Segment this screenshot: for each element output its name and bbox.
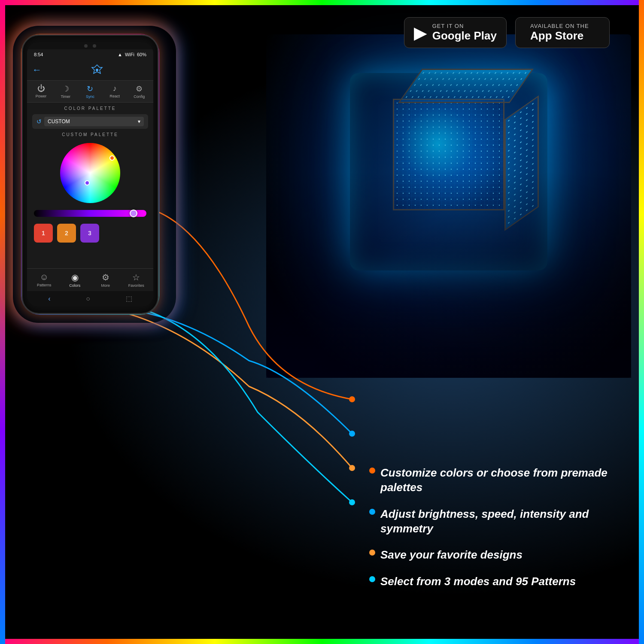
- patterns-label: Patterns: [37, 283, 52, 287]
- google-play-icon: ▶: [414, 24, 427, 41]
- feature-4-text: Select from 3 modes and 95 Patterns: [380, 574, 576, 589]
- favorites-icon: ☆: [132, 272, 140, 283]
- patterns-icon: ☺: [40, 272, 49, 282]
- top-border: [0, 0, 644, 5]
- color-wheel-wrapper: [60, 143, 120, 203]
- color-palette-label: COLOR PALETTE: [27, 103, 153, 112]
- feature-1: Customize colors or choose from premade …: [369, 466, 618, 495]
- android-back[interactable]: ‹: [48, 295, 50, 303]
- battery-display: 60%: [137, 52, 146, 57]
- swatch-2[interactable]: 2: [57, 224, 76, 243]
- palette-value: CUSTOM: [48, 118, 70, 125]
- left-border: [0, 0, 5, 644]
- camera-dot-2: [93, 44, 96, 48]
- app-store-badge[interactable]: Available on the App Store: [515, 17, 610, 48]
- bottom-nav-favorites[interactable]: ☆ Favorites: [123, 272, 149, 288]
- color-wheel-container: [27, 139, 153, 207]
- app-store-text: Available on the App Store: [530, 23, 589, 43]
- feature-3-text: Save your favorite designs: [380, 548, 522, 562]
- feature-3-dot: [369, 550, 375, 556]
- camera-area: [27, 43, 153, 49]
- config-icon: ⚙: [136, 84, 143, 94]
- color-swatches-container: 1 2 3: [27, 219, 153, 247]
- feature-3: Save your favorite designs: [369, 548, 618, 562]
- timer-icon: ☽: [62, 84, 69, 94]
- phone-screen: 8:54 ▲ WiFi 60% ←: [27, 43, 153, 306]
- nav-sync-label: Sync: [86, 94, 94, 99]
- google-play-text: GET IT ON Google Play: [432, 23, 497, 43]
- more-label: More: [101, 283, 110, 288]
- status-bar: 8:54 ▲ WiFi 60%: [27, 49, 153, 60]
- android-home[interactable]: ○: [86, 295, 90, 303]
- swatch-3[interactable]: 3: [80, 224, 99, 243]
- swatch-3-label: 3: [88, 230, 91, 237]
- nav-timer[interactable]: ☽ Timer: [55, 84, 76, 99]
- favorites-label: Favorites: [128, 283, 144, 288]
- slider-container: [34, 210, 146, 217]
- features-section: Customize colors or choose from premade …: [369, 466, 618, 601]
- depth-overlay: [266, 34, 631, 378]
- android-nav: ‹ ○ ⬚: [27, 291, 153, 306]
- feature-2-text: Adjust brightness, speed, intensity and …: [380, 507, 618, 536]
- phone-outer: 8:54 ▲ WiFi 60% ←: [21, 34, 159, 314]
- refresh-icon[interactable]: ↺: [36, 118, 42, 125]
- react-icon: ♪: [113, 84, 117, 93]
- scene-background: [266, 34, 631, 378]
- nav-config[interactable]: ⚙ Config: [128, 84, 150, 99]
- swatch-1-label: 1: [42, 230, 45, 237]
- nav-react[interactable]: ♪ React: [104, 84, 125, 99]
- right-border: [639, 0, 644, 644]
- bottom-nav-colors[interactable]: ◉ Colors: [62, 272, 88, 288]
- android-recents[interactable]: ⬚: [126, 295, 132, 303]
- feature-1-dot: [369, 468, 375, 474]
- swatch-2-label: 2: [65, 230, 68, 237]
- nav-sync[interactable]: ↻ Sync: [79, 84, 101, 99]
- slider-thumb[interactable]: [130, 210, 137, 217]
- feature-4: Select from 3 modes and 95 Patterns: [369, 574, 618, 589]
- palette-selector[interactable]: ↺ CUSTOM ▾: [32, 114, 148, 129]
- sync-icon: ↻: [87, 84, 93, 94]
- color-wheel[interactable]: [60, 143, 120, 203]
- app-header: ←: [27, 60, 153, 81]
- nav-power-label: Power: [36, 94, 47, 98]
- feature-2: Adjust brightness, speed, intensity and …: [369, 507, 618, 536]
- nav-power[interactable]: ⏻ Power: [30, 84, 52, 99]
- feature-2-dot: [369, 509, 375, 515]
- app-logo-icon: [90, 63, 104, 77]
- color-slider[interactable]: [34, 210, 146, 217]
- signal-icon: ▲: [118, 52, 122, 57]
- nav-config-label: Config: [134, 94, 145, 99]
- phone-wrapper: 8:54 ▲ WiFi 60% ←: [21, 34, 167, 314]
- google-play-main-label: Google Play: [432, 29, 497, 43]
- back-button[interactable]: ←: [32, 64, 42, 76]
- svg-point-1: [96, 69, 98, 71]
- more-icon: ⚙: [102, 272, 109, 283]
- bottom-nav-more[interactable]: ⚙ More: [93, 272, 118, 288]
- store-badges-container: ▶ GET IT ON Google Play Available on the…: [404, 17, 610, 48]
- feature-1-text: Customize colors or choose from premade …: [380, 466, 618, 495]
- status-indicators: ▲ WiFi 60%: [118, 52, 146, 57]
- app-store-top-label: Available on the: [530, 23, 589, 29]
- feature-4-dot: [369, 576, 375, 582]
- google-play-badge[interactable]: ▶ GET IT ON Google Play: [404, 17, 507, 48]
- nav-timer-label: Timer: [61, 94, 70, 99]
- bottom-nav: ☺ Patterns ◉ Colors ⚙ More ☆ Favorites: [27, 268, 153, 289]
- wifi-icon: WiFi: [125, 52, 134, 57]
- time-display: 8:54: [34, 52, 43, 57]
- dropdown-arrow: ▾: [138, 118, 140, 125]
- nav-react-label: React: [109, 94, 120, 98]
- custom-palette-label: CUSTOM PALETTE: [27, 131, 153, 139]
- palette-dropdown[interactable]: CUSTOM ▾: [44, 117, 144, 126]
- app-store-main-label: App Store: [530, 29, 589, 43]
- camera-dot-1: [84, 44, 88, 48]
- spacer: [27, 247, 153, 260]
- swatch-1[interactable]: 1: [34, 224, 53, 243]
- app-logo-container: [90, 63, 104, 77]
- wheel-dot-orange: [109, 155, 115, 161]
- app-nav: ⏻ Power ☽ Timer ↻ Sync ♪ React: [27, 81, 153, 103]
- bottom-border: [0, 639, 644, 644]
- bottom-nav-patterns[interactable]: ☺ Patterns: [31, 272, 57, 288]
- colors-label: Colors: [69, 283, 80, 288]
- wheel-dot-purple: [85, 180, 90, 185]
- google-play-top-label: GET IT ON: [432, 23, 497, 29]
